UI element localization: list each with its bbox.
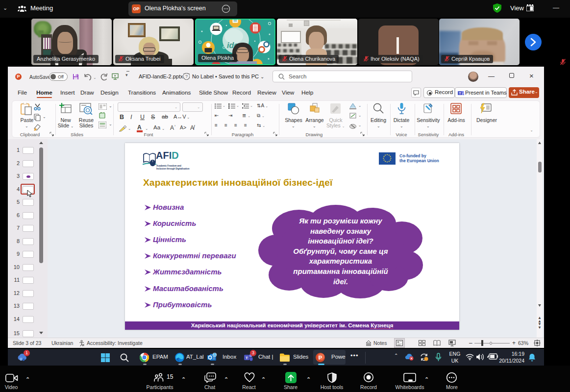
svg-text:?: ? (185, 74, 188, 79)
svg-text:T: T (246, 356, 248, 360)
svg-text:T: T (459, 92, 461, 95)
svg-text:P: P (319, 355, 322, 361)
